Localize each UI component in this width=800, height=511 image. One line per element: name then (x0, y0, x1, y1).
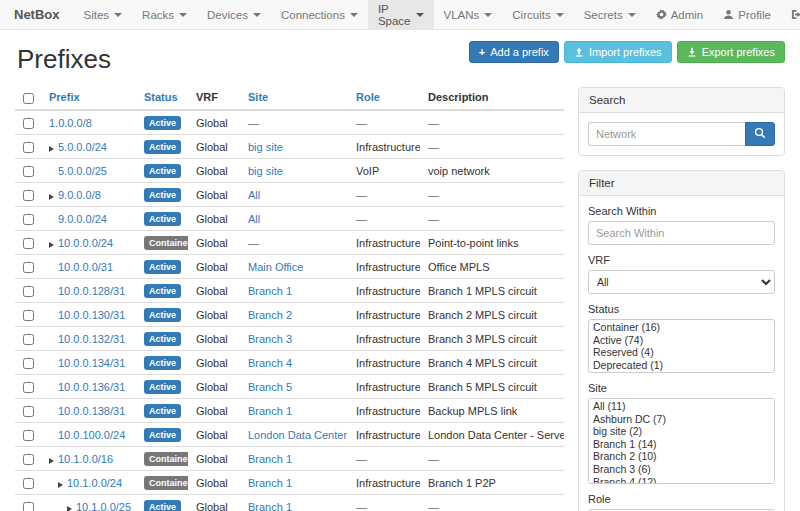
row-checkbox[interactable] (23, 358, 34, 369)
prefix-link[interactable]: 10.0.0.136/31 (58, 381, 125, 393)
filter-option[interactable]: big site (2) (590, 425, 773, 438)
nav-item-secrets[interactable]: Secrets (574, 0, 646, 29)
column-header-status[interactable]: Status (136, 87, 188, 110)
site-link[interactable]: big site (248, 165, 283, 177)
prefix-link[interactable]: 1.0.0.0/8 (49, 117, 92, 129)
nav-item-sites[interactable]: Sites (74, 0, 133, 29)
vrf-cell: Global (188, 254, 240, 278)
status-cell: Active (136, 278, 188, 302)
row-checkbox[interactable] (23, 406, 34, 417)
site-link[interactable]: Branch 2 (248, 309, 292, 321)
import-prefixes-label: Import prefixes (589, 46, 662, 58)
search-icon (754, 127, 766, 142)
site-link[interactable]: London Data Center (248, 429, 347, 441)
site-link[interactable]: Branch 1 (248, 501, 292, 511)
filter-option[interactable]: Ashburn DC (7) (590, 413, 773, 426)
nav-item-profile[interactable]: Profile (713, 0, 781, 29)
filter-option[interactable]: Branch 4 (12) (590, 476, 773, 484)
prefix-link[interactable]: 10.0.0.0/31 (58, 261, 113, 273)
site-link[interactable]: Main Office (248, 261, 303, 273)
site-link[interactable]: Branch 1 (248, 285, 292, 297)
prefix-link[interactable]: 10.1.0.0/24 (67, 477, 122, 489)
nav-item-logout[interactable]: Log out (781, 0, 800, 29)
prefix-link[interactable]: 5.0.0.0/25 (58, 165, 107, 177)
site-link[interactable]: Branch 1 (248, 405, 292, 417)
filter-option[interactable]: Deprecated (1) (590, 359, 773, 372)
row-checkbox[interactable] (23, 238, 34, 249)
prefix-indent: 9.0.0.0/24 (49, 213, 107, 225)
status-filter-list[interactable]: Container (16)Active (74)Reserved (4)Dep… (588, 319, 775, 373)
nav-item-devices[interactable]: Devices (197, 0, 271, 29)
nav-item-label: Circuits (512, 9, 550, 21)
import-prefixes-button[interactable]: Import prefixes (564, 41, 672, 63)
select-all-checkbox[interactable] (23, 93, 34, 104)
row-checkbox[interactable] (23, 502, 34, 511)
export-prefixes-button[interactable]: Export prefixes (677, 41, 785, 63)
row-select-cell (15, 446, 41, 470)
nav-item-vlans[interactable]: VLANs (434, 0, 503, 29)
row-checkbox[interactable] (23, 118, 34, 129)
row-checkbox[interactable] (23, 454, 34, 465)
column-header-prefix[interactable]: Prefix (41, 87, 136, 110)
row-checkbox[interactable] (23, 166, 34, 177)
add-prefix-button[interactable]: + Add a prefix (469, 41, 559, 63)
site-filter-list[interactable]: All (11)Ashburn DC (7)big site (2)Branch… (588, 398, 775, 484)
row-checkbox[interactable] (23, 214, 34, 225)
prefix-link[interactable]: 10.0.0.128/31 (58, 285, 125, 297)
column-header-site[interactable]: Site (240, 87, 348, 110)
site-link[interactable]: Branch 3 (248, 333, 292, 345)
prefix-link[interactable]: 10.0.0.138/31 (58, 405, 125, 417)
prefix-link[interactable]: 9.0.0.0/8 (58, 189, 101, 201)
row-checkbox[interactable] (23, 190, 34, 201)
prefix-link[interactable]: 10.0.0.132/31 (58, 333, 125, 345)
filter-option[interactable]: Reserved (4) (590, 346, 773, 359)
filter-option[interactable]: Branch 2 (10) (590, 450, 773, 463)
filter-option[interactable]: All (11) (590, 400, 773, 413)
search-button[interactable] (745, 122, 775, 146)
column-header-role[interactable]: Role (348, 87, 420, 110)
nav-item-label: VLANs (444, 9, 480, 21)
prefix-link[interactable]: 10.0.0.130/31 (58, 309, 125, 321)
prefix-link[interactable]: 10.0.0.134/31 (58, 357, 125, 369)
status-filter-label: Status (588, 303, 775, 315)
row-checkbox[interactable] (23, 286, 34, 297)
row-checkbox[interactable] (23, 310, 34, 321)
table-row: 9.0.0.0/24ActiveGlobalAll—— (15, 206, 564, 230)
row-checkbox[interactable] (23, 382, 34, 393)
row-checkbox[interactable] (23, 262, 34, 273)
nav-item-connections[interactable]: Connections (271, 0, 368, 29)
site-link[interactable]: Branch 4 (248, 357, 292, 369)
row-checkbox[interactable] (23, 478, 34, 489)
row-checkbox[interactable] (23, 334, 34, 345)
prefix-link[interactable]: 10.0.100.0/24 (58, 429, 125, 441)
site-link[interactable]: Branch 1 (248, 453, 292, 465)
filter-option[interactable]: Branch 1 (14) (590, 438, 773, 451)
nav-item-admin[interactable]: Admin (646, 0, 714, 29)
site-link[interactable]: All (248, 189, 260, 201)
search-input[interactable] (588, 122, 745, 146)
prefix-link[interactable]: 10.0.0.0/24 (58, 237, 113, 249)
site-link[interactable]: Branch 5 (248, 381, 292, 393)
site-link[interactable]: Branch 1 (248, 477, 292, 489)
vrf-cell: Global (188, 230, 240, 254)
site-link[interactable]: All (248, 213, 260, 225)
filter-option[interactable]: Container (16) (590, 321, 773, 334)
search-within-input[interactable] (588, 221, 775, 245)
nav-item-ip-space[interactable]: IP Space (368, 0, 434, 29)
nav-item-circuits[interactable]: Circuits (502, 0, 573, 29)
prefix-link[interactable]: 5.0.0.0/24 (58, 141, 107, 153)
row-checkbox[interactable] (23, 430, 34, 441)
app-brand[interactable]: NetBox (0, 0, 74, 29)
prefix-link[interactable]: 10.1.0.0/25 (76, 501, 131, 511)
vrf-filter-select[interactable]: All (588, 270, 775, 294)
nav-item-racks[interactable]: Racks (132, 0, 197, 29)
prefix-link[interactable]: 10.1.0.0/16 (58, 453, 113, 465)
filter-option[interactable]: Active (74) (590, 334, 773, 347)
site-link[interactable]: big site (248, 141, 283, 153)
description-cell: — (420, 206, 564, 230)
filter-option[interactable]: Branch 3 (6) (590, 463, 773, 476)
status-badge: Active (144, 140, 181, 154)
row-checkbox[interactable] (23, 142, 34, 153)
vrf-cell: Global (188, 446, 240, 470)
prefix-link[interactable]: 9.0.0.0/24 (58, 213, 107, 225)
